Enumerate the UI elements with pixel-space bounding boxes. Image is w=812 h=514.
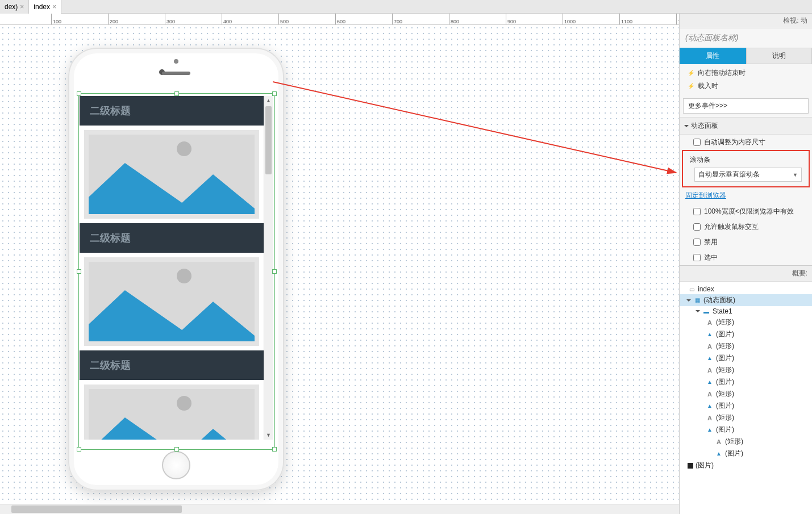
sun-icon xyxy=(177,141,191,156)
events-list: ⚡ 向右拖动结束时 ⚡ 载入时 xyxy=(680,64,812,95)
sun-icon xyxy=(177,396,191,411)
sensor-icon xyxy=(174,59,178,64)
checkbox[interactable] xyxy=(693,208,701,215)
page-icon: ▭ xyxy=(688,285,696,293)
outline-item[interactable]: A(矩形) xyxy=(680,316,812,328)
speaker-icon xyxy=(162,72,190,75)
mountains-icon xyxy=(89,157,255,214)
tab-inactive[interactable]: dex) × xyxy=(0,0,29,14)
card-heading: 二级标题 xyxy=(80,223,264,253)
scrollbar-thumb[interactable] xyxy=(265,106,272,174)
canvas[interactable]: ▲ ▼ 二级标题 xyxy=(0,25,679,504)
outline-item[interactable]: A(矩形) xyxy=(680,388,812,400)
content-card: 二级标题 xyxy=(80,223,264,346)
scrollbar-select[interactable]: 自动显示垂直滚动条 ▼ xyxy=(694,168,802,182)
mountains-icon xyxy=(89,412,255,440)
card-heading: 二级标题 xyxy=(80,96,264,126)
outline-item[interactable]: A(矩形) xyxy=(680,412,812,424)
outline-label: (矩形) xyxy=(716,341,734,351)
section-dynamic-panel[interactable]: 动态面板 xyxy=(680,117,812,135)
chevron-down-icon xyxy=(684,125,689,127)
checkbox[interactable] xyxy=(693,239,701,246)
outline-item[interactable]: A(矩形) xyxy=(680,436,812,448)
checkbox-label: 允许触发鼠标交互 xyxy=(704,222,759,232)
text-icon: A xyxy=(706,319,714,327)
outline-item[interactable]: ▲(图片) xyxy=(680,328,812,340)
home-button-icon xyxy=(162,451,190,479)
outline-item[interactable]: ▲(图片) xyxy=(680,448,812,459)
checkbox-selected[interactable]: 选中 xyxy=(680,250,812,265)
checkbox-label: 自动调整为内容尺寸 xyxy=(704,137,765,147)
inspector-tabs: 属性 说明 xyxy=(680,48,812,64)
horizontal-scrollbar[interactable] xyxy=(0,504,679,514)
outline-item[interactable]: A(矩形) xyxy=(680,364,812,376)
event-item[interactable]: ⚡ 向右拖动结束时 xyxy=(680,66,812,80)
checkbox[interactable] xyxy=(693,223,701,231)
phone-screen: ▲ ▼ 二级标题 xyxy=(80,96,273,440)
checkbox-full-width[interactable]: 100%宽度<仅限浏览器中有效 xyxy=(680,204,812,219)
outline-item[interactable]: ▲(图片) xyxy=(680,424,812,436)
outline-panel[interactable]: ▦ (动态面板) xyxy=(680,294,812,306)
outline-item[interactable]: (图片) xyxy=(680,459,812,471)
more-events-button[interactable]: 更多事件>>> xyxy=(683,98,809,114)
close-icon[interactable]: × xyxy=(52,3,56,11)
scroll-down-icon[interactable]: ▼ xyxy=(264,431,273,440)
outline-label: (矩形) xyxy=(716,317,734,327)
outline-label: (动态面板) xyxy=(703,295,735,305)
outline-page[interactable]: ▭ index xyxy=(680,284,812,294)
checkbox[interactable] xyxy=(693,254,701,261)
text-icon: A xyxy=(706,342,714,350)
phone-frame: ▲ ▼ 二级标题 xyxy=(68,48,284,491)
event-label: 向右拖动结束时 xyxy=(698,68,746,78)
scrollbar-label: 滚动条 xyxy=(684,152,807,168)
close-icon[interactable]: × xyxy=(20,3,24,11)
outline-state[interactable]: ▬ State1 xyxy=(680,306,812,316)
outline-label: (图片) xyxy=(716,401,734,411)
chevron-down-icon xyxy=(686,299,691,302)
content-card: 二级标题 xyxy=(80,96,264,219)
outline-item[interactable]: A(矩形) xyxy=(680,340,812,352)
outline-label: (矩形) xyxy=(716,413,734,423)
checkbox-allow-mouse[interactable]: 允许触发鼠标交互 xyxy=(680,219,812,235)
card-heading: 二级标题 xyxy=(80,350,264,380)
outline-item[interactable]: ▲(图片) xyxy=(680,400,812,412)
tab-label: index xyxy=(34,3,50,11)
image-icon: ▲ xyxy=(706,378,714,386)
outline-label: (图片) xyxy=(725,449,743,458)
horizontal-ruler: 1002003004005006007008009001000110012001… xyxy=(0,14,679,25)
checkbox-auto-fit[interactable]: 自动调整为内容尺寸 xyxy=(680,135,812,150)
image-placeholder xyxy=(84,385,259,440)
svg-marker-1 xyxy=(89,290,255,341)
widget-name-field[interactable]: (动态面板名称) xyxy=(680,28,812,48)
lightning-icon: ⚡ xyxy=(688,70,694,77)
scroll-up-icon[interactable]: ▲ xyxy=(264,96,273,105)
pin-to-browser-link[interactable]: 固定到浏览器 xyxy=(680,187,812,204)
outline-tree[interactable]: ▭ index ▦ (动态面板) ▬ State1 A(矩形) ▲(图片) A(… xyxy=(680,281,812,514)
mountains-icon xyxy=(89,285,255,341)
checkbox[interactable] xyxy=(693,139,701,146)
text-icon: A xyxy=(706,366,714,374)
outline-item[interactable]: ▲(图片) xyxy=(680,376,812,388)
text-icon: A xyxy=(715,438,723,446)
chevron-down-icon: ▼ xyxy=(793,172,798,178)
outline-label: (图片) xyxy=(716,377,734,387)
outline-header: 概要: xyxy=(680,265,812,281)
tab-label: dex) xyxy=(5,3,18,11)
image-icon: ▲ xyxy=(706,426,714,434)
svg-marker-0 xyxy=(89,163,255,214)
lightning-icon: ⚡ xyxy=(688,83,694,90)
text-icon: A xyxy=(706,390,714,398)
svg-line-3 xyxy=(273,82,676,173)
scrollbar-thumb[interactable] xyxy=(11,505,182,513)
tab-notes[interactable]: 说明 xyxy=(746,48,813,64)
event-item[interactable]: ⚡ 载入时 xyxy=(680,80,812,93)
vertical-scrollbar[interactable]: ▲ ▼ xyxy=(264,96,273,440)
checkbox-disabled[interactable]: 禁用 xyxy=(680,235,812,250)
outline-item[interactable]: ▲(图片) xyxy=(680,352,812,364)
outline-label: (图片) xyxy=(716,425,734,434)
content-card: 二级标题 xyxy=(80,350,264,440)
canvas-area[interactable]: 1002003004005006007008009001000110012001… xyxy=(0,14,679,514)
tab-active[interactable]: index × xyxy=(29,0,61,14)
tab-properties[interactable]: 属性 xyxy=(680,48,746,64)
shape-icon xyxy=(688,463,693,469)
